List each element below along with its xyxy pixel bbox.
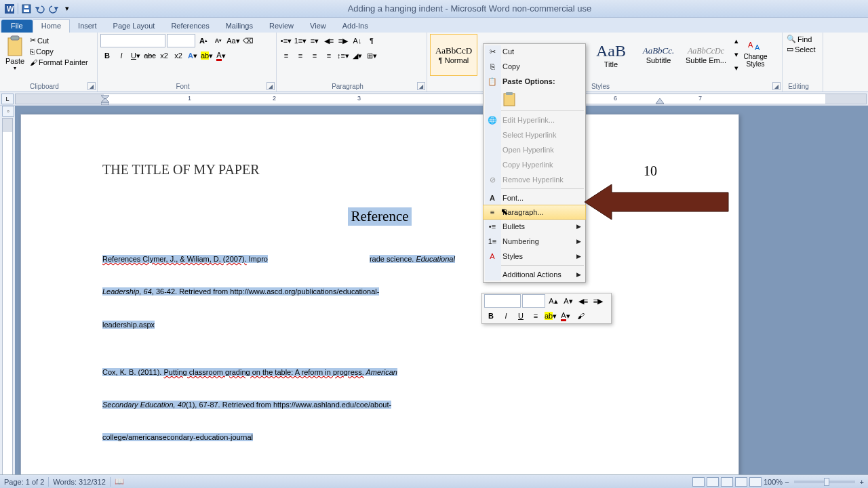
proofing-icon[interactable]: 📖: [115, 477, 124, 486]
undo-icon[interactable]: [34, 3, 46, 15]
vruler-button[interactable]: ▫: [2, 106, 14, 117]
bullets-button[interactable]: •≡▾: [279, 34, 293, 47]
view-print-layout[interactable]: [692, 477, 705, 487]
mini-bold[interactable]: B: [484, 309, 498, 323]
save-icon[interactable]: [20, 3, 33, 15]
arrow-callout: [585, 184, 730, 220]
view-web-layout[interactable]: [721, 477, 733, 487]
ctx-font[interactable]: AFont...: [484, 190, 585, 205]
sort-button[interactable]: A↓: [351, 34, 364, 47]
multilevel-button[interactable]: ≡▾: [308, 34, 321, 47]
strikethrough-button[interactable]: abc: [143, 49, 157, 62]
line-spacing-button[interactable]: ↕≡▾: [336, 49, 350, 62]
tab-pagelayout[interactable]: Page Layout: [105, 20, 163, 33]
styles-launcher[interactable]: ◢: [772, 82, 781, 90]
align-left-button[interactable]: ≡: [279, 49, 293, 62]
svg-rect-5: [8, 38, 22, 56]
find-button[interactable]: 🔍Find: [785, 34, 820, 44]
italic-button[interactable]: I: [115, 49, 128, 62]
tab-references[interactable]: References: [163, 20, 217, 33]
cut-button[interactable]: ✂Cut: [28, 35, 90, 45]
tab-insert[interactable]: Insert: [70, 20, 105, 33]
status-page[interactable]: Page: 1 of 2: [4, 478, 44, 486]
superscript-button[interactable]: x2: [172, 49, 185, 62]
align-right-button[interactable]: ≡: [308, 49, 321, 62]
decrease-indent-button[interactable]: ◀≡: [322, 34, 336, 47]
ctx-paragraph[interactable]: ≡Paragraph...: [483, 205, 586, 220]
mini-shrink-font[interactable]: A▾: [561, 294, 575, 308]
font-color-button[interactable]: A▾: [214, 49, 228, 62]
style-subtitle[interactable]: AaBbCc.Subtitle: [635, 34, 682, 76]
zoom-out-button[interactable]: −: [785, 478, 789, 486]
increase-indent-button[interactable]: ≡▶: [336, 34, 350, 47]
status-words[interactable]: Words: 312/312: [53, 478, 105, 486]
tab-file[interactable]: File: [1, 20, 33, 33]
mini-highlight[interactable]: ab▾: [544, 309, 557, 323]
clipboard-launcher[interactable]: ◢: [87, 82, 96, 90]
view-outline[interactable]: [735, 477, 747, 487]
zoom-slider[interactable]: [794, 481, 855, 483]
clear-formatting-button[interactable]: ⌫: [241, 34, 255, 47]
mini-center[interactable]: ≡: [529, 309, 542, 323]
tab-view[interactable]: View: [302, 20, 334, 33]
mini-size-combo[interactable]: [522, 294, 545, 308]
show-marks-button[interactable]: ¶: [365, 34, 378, 47]
numbering-button[interactable]: 1≡▾: [294, 34, 307, 47]
style-title[interactable]: AaBTitle: [587, 34, 635, 76]
view-full-screen[interactable]: [707, 477, 719, 487]
borders-button[interactable]: ⊞▾: [365, 49, 378, 62]
subscript-button[interactable]: x2: [157, 49, 171, 62]
tab-mailings[interactable]: Mailings: [218, 20, 261, 33]
shading-button[interactable]: ◢▾: [351, 49, 364, 62]
mini-format-painter[interactable]: 🖌: [574, 309, 587, 323]
mini-decrease-indent[interactable]: ◀≡: [576, 294, 590, 308]
ctx-cut[interactable]: ✂Cut: [484, 44, 585, 59]
highlight-button[interactable]: ab▾: [200, 49, 214, 62]
mini-increase-indent[interactable]: ≡▶: [591, 294, 605, 308]
tab-home[interactable]: Home: [33, 19, 70, 33]
ctx-styles[interactable]: AStyles▶: [484, 249, 585, 264]
mini-font-combo[interactable]: [484, 294, 521, 308]
indent-marker-left[interactable]: [101, 93, 109, 105]
text-effects-button[interactable]: A▾: [186, 49, 199, 62]
change-styles-button[interactable]: AAChange Styles: [739, 34, 772, 76]
underline-button[interactable]: U▾: [129, 49, 142, 62]
vertical-ruler[interactable]: [2, 118, 13, 484]
styles-icon: A: [486, 250, 498, 262]
tab-addins[interactable]: Add-Ins: [334, 20, 376, 33]
zoom-level[interactable]: 100%: [764, 478, 783, 486]
mini-underline[interactable]: U: [514, 309, 528, 323]
align-center-button[interactable]: ≡: [294, 49, 307, 62]
change-case-button[interactable]: Aa▾: [226, 34, 240, 47]
bold-button[interactable]: B: [100, 49, 114, 62]
ctx-bullets[interactable]: •≡Bullets▶: [484, 219, 585, 234]
qat-customize-icon[interactable]: ▾: [61, 3, 73, 15]
format-painter-button[interactable]: 🖌Format Painter: [28, 58, 90, 67]
grow-font-button[interactable]: A▴: [197, 34, 210, 47]
font-size-combo[interactable]: [167, 34, 195, 47]
style-subtle-em[interactable]: AaBbCcDcSubtle Em...: [682, 34, 730, 76]
style-normal[interactable]: AaBbCcD¶ Normal: [430, 34, 477, 76]
mini-italic[interactable]: I: [499, 309, 513, 323]
page-scroll[interactable]: THE TITLE OF MY PAPER 10 Reference Refer…: [15, 106, 868, 484]
mini-grow-font[interactable]: A▴: [547, 294, 560, 308]
zoom-in-button[interactable]: +: [860, 478, 864, 486]
ctx-additional-actions[interactable]: Additional Actions▶: [484, 267, 585, 282]
mini-font-color[interactable]: A▾: [559, 309, 572, 323]
redo-icon[interactable]: [47, 3, 60, 15]
paste-button[interactable]: Paste ▾: [3, 34, 27, 79]
indent-marker-right[interactable]: [656, 98, 664, 105]
view-draft[interactable]: [749, 477, 762, 487]
font-launcher[interactable]: ◢: [267, 82, 275, 90]
tab-review[interactable]: Review: [261, 20, 302, 33]
justify-button[interactable]: ≡: [322, 49, 336, 62]
select-button[interactable]: ▭Select: [785, 44, 820, 54]
ctx-numbering[interactable]: 1≡Numbering▶: [484, 234, 585, 249]
font-name-combo[interactable]: [100, 34, 165, 47]
copy-button[interactable]: ⎘Copy: [28, 47, 90, 56]
tab-selector[interactable]: L: [1, 94, 14, 104]
horizontal-ruler[interactable]: 1 2 3 5 6 7: [15, 94, 867, 104]
paragraph-launcher[interactable]: ◢: [417, 82, 425, 90]
ctx-copy[interactable]: ⎘Copy: [484, 59, 585, 74]
shrink-font-button[interactable]: A▾: [212, 34, 225, 47]
